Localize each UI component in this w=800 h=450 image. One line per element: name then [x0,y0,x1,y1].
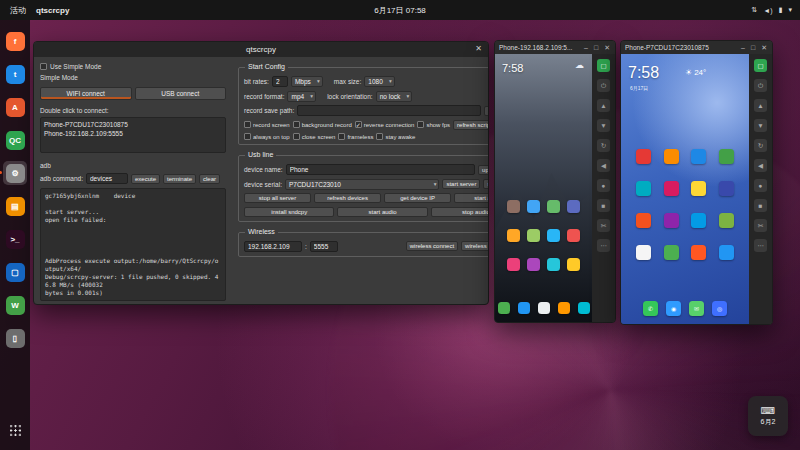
start-audio-button[interactable]: start audio [337,207,427,217]
dock-app-icon[interactable] [538,302,550,314]
dock-app-icon[interactable]: ✉ [689,301,704,316]
app-icon[interactable] [719,245,734,260]
back-icon[interactable]: ◀ [754,159,767,172]
battery-icon[interactable]: ▮ [779,6,783,14]
close-button[interactable]: ✕ [475,44,482,53]
rotate-icon[interactable]: ↻ [597,139,610,152]
clock[interactable]: 6月17日 07:58 [374,5,426,16]
maximize-button[interactable]: □ [750,41,756,54]
app-icon[interactable] [691,149,706,164]
stop-all-server-button[interactable]: stop all server [244,193,311,203]
app-icon[interactable] [719,149,734,164]
system-tray[interactable]: ⇅◄)▮▾ [751,6,800,14]
wireless-connect-button[interactable]: wireless connect [406,241,458,251]
app-icon[interactable] [547,200,560,213]
thunderbird-icon[interactable]: t [3,62,27,86]
rotate-icon[interactable]: ↻ [754,139,767,152]
close-button[interactable]: ✕ [603,41,611,54]
start-adbd-button[interactable]: start adbd [454,193,489,203]
expand-icon[interactable]: ▢ [754,59,767,72]
app-icon[interactable] [691,213,706,228]
terminate-button[interactable]: terminate [163,174,196,184]
wps-icon[interactable]: W [3,293,27,317]
wifi-connect-button[interactable]: WIFI connect [40,87,132,100]
get-device-ip-button[interactable]: get device IP [384,193,451,203]
config-checkbox[interactable]: close screen [293,133,336,140]
minimize-button[interactable]: – [583,41,589,54]
adb-command-input[interactable] [86,173,128,184]
app-icon[interactable] [507,258,520,271]
software-icon[interactable]: A [3,95,27,119]
dock-app-icon[interactable] [518,302,530,314]
volume-down-icon[interactable]: ▼ [597,119,610,132]
app-icon[interactable] [664,181,679,196]
wireless-ip-input[interactable] [244,241,302,252]
libreoffice-icon[interactable]: ▢ [3,260,27,284]
volume-down-icon[interactable]: ▼ [754,119,767,132]
input-method-widget[interactable]: ⌨ 6月2 [748,396,788,436]
window-titlebar[interactable]: Phone-192.168.2.109:5... – □ ✕ [495,41,615,54]
start-server-button[interactable]: start server [442,179,480,189]
app-icon[interactable] [527,229,540,242]
config-checkbox[interactable]: stay awake [376,133,415,140]
app-icon[interactable] [719,213,734,228]
power-icon[interactable]: ⏻ [754,79,767,92]
power-icon[interactable]: ⏻ [597,79,610,92]
screenshot-icon[interactable]: ✄ [754,219,767,232]
activities-button[interactable]: 活动 [10,5,26,16]
dock-app-icon[interactable]: ◎ [712,301,727,316]
window-titlebar[interactable]: qtscrcpy ✕ [34,42,488,57]
device-list-item[interactable]: Phone-P7CDU17C23010875 [44,120,222,129]
app-icon[interactable] [567,200,580,213]
more-icon[interactable]: ⋯ [597,239,610,252]
wireless-disconnect-button[interactable]: wireless disconnect [461,241,489,251]
use-simple-mode-checkbox[interactable] [40,63,47,70]
dock-app-icon[interactable]: ◉ [666,301,681,316]
show-applications-icon[interactable] [3,418,27,442]
config-checkbox[interactable]: background record [293,121,352,128]
app-icon[interactable] [719,181,734,196]
volume-icon[interactable]: ◄) [763,7,772,14]
app-icon[interactable] [636,181,651,196]
window-titlebar[interactable]: Phone-P7CDU17C23010875 – □ ✕ [621,41,772,54]
dock-app-icon[interactable] [498,302,510,314]
config-checkbox[interactable]: frameless [338,133,373,140]
adb-console[interactable]: gc7165ybj6xnlnm devicestart server...ope… [40,188,226,301]
app-icon[interactable] [691,245,706,260]
app-icon[interactable] [664,213,679,228]
app-icon[interactable] [527,200,540,213]
back-icon[interactable]: ◀ [597,159,610,172]
config-checkbox[interactable]: record screen [244,121,290,128]
firefox-icon[interactable]: f [3,29,27,53]
files-icon[interactable]: ▤ [3,194,27,218]
usb-connect-button[interactable]: USB connect [135,87,227,100]
home-icon[interactable]: ● [754,179,767,192]
recents-icon[interactable]: ■ [597,199,610,212]
expand-icon[interactable]: ▢ [597,59,610,72]
network-icon[interactable]: ⇅ [751,6,757,14]
volume-up-icon[interactable]: ▲ [597,99,610,112]
app-icon[interactable] [636,213,651,228]
app-icon[interactable] [636,245,651,260]
phone2-screen[interactable]: 7:58 ☀ 24° 6月17日 ✆◉✉◎ [621,54,749,324]
app-icon[interactable] [547,258,560,271]
phone1-screen[interactable]: 7:58 ☁ [495,54,592,322]
qtscrcpy-icon[interactable]: QC [3,128,27,152]
terminal-icon[interactable]: >_ [3,227,27,251]
stop-audio-button[interactable]: stop audio [431,207,489,217]
max-size-select[interactable]: 1080 [364,76,394,87]
bit-rates-input[interactable] [272,76,288,87]
app-icon[interactable] [664,149,679,164]
execute-button[interactable]: execute [131,174,160,184]
config-checkbox[interactable]: reverse connection [355,121,415,128]
settings-gear-icon[interactable]: ⚙ [3,161,27,185]
device-list[interactable]: Phone-P7CDU17C23010875Phone-192.168.2.10… [40,117,226,153]
record-format-select[interactable]: mp4 [287,91,316,102]
app-icon[interactable] [507,200,520,213]
recents-icon[interactable]: ■ [754,199,767,212]
app-icon[interactable] [636,149,651,164]
wireless-port-input[interactable] [310,241,338,252]
chevron-down-icon[interactable]: ▾ [788,6,792,14]
clear-button[interactable]: clear [199,174,220,184]
select-path-button[interactable]: select path [484,106,489,116]
